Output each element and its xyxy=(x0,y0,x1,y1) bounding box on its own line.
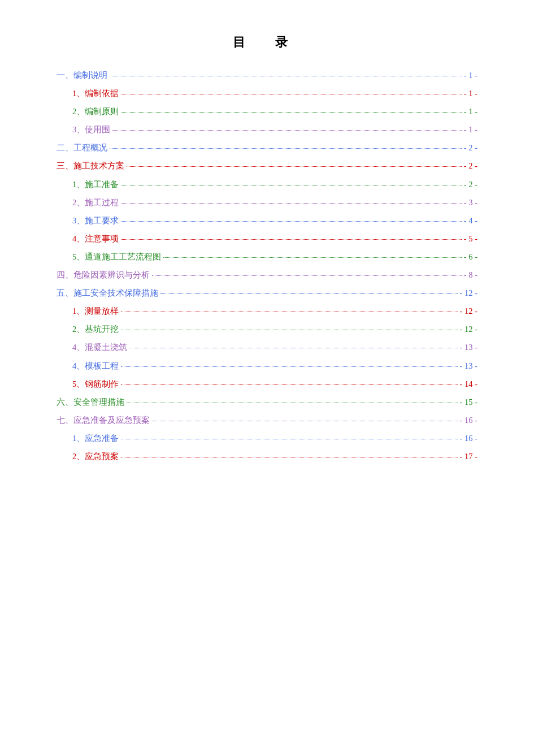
toc-page-num: - 5 - xyxy=(464,231,477,246)
toc-dots xyxy=(129,348,457,348)
toc-container: 一、编制说明- 1 -1、编制依据- 1 -2、编制原则- 1 -3、使用围- … xyxy=(57,68,477,464)
toc-dots xyxy=(121,366,457,367)
toc-entry: 4、模板工程- 13 - xyxy=(57,358,477,373)
toc-entry-text: 3、使用围 xyxy=(57,122,110,137)
toc-entry-text: 1、施工准备 xyxy=(57,177,119,192)
toc-entry-text: 四、危险因素辨识与分析 xyxy=(57,267,150,282)
toc-dots xyxy=(160,293,458,294)
toc-entry-text: 5、通道施工工艺流程图 xyxy=(57,249,161,264)
toc-entry: 一、编制说明- 1 - xyxy=(57,68,477,83)
toc-dots xyxy=(152,275,462,276)
toc-entry: 2、施工过程- 3 - xyxy=(57,195,477,210)
toc-dots xyxy=(152,421,458,421)
document-page: 目 录 一、编制说明- 1 -1、编制依据- 1 -2、编制原则- 1 -3、使… xyxy=(0,0,534,756)
toc-dots xyxy=(121,439,457,439)
toc-dots xyxy=(121,94,462,94)
toc-page-num: - 1 - xyxy=(464,104,477,119)
toc-entry-text: 2、施工过程 xyxy=(57,195,119,210)
toc-entry-text: 二、工程概况 xyxy=(57,140,107,155)
toc-entry-text: 5、钢筋制作 xyxy=(57,377,119,391)
toc-entry-text: 4、注意事项 xyxy=(57,231,119,246)
toc-dots xyxy=(121,385,457,385)
toc-page-num: - 4 - xyxy=(464,213,477,228)
toc-page-num: - 2 - xyxy=(464,177,477,192)
toc-dots xyxy=(121,312,457,312)
toc-dots xyxy=(110,76,462,76)
toc-page-num: - 15 - xyxy=(460,395,477,409)
toc-entry-text: 2、编制原则 xyxy=(57,104,119,119)
toc-dots xyxy=(112,130,462,131)
toc-entry: 3、施工要求- 4 - xyxy=(57,213,477,228)
toc-page-num: - 14 - xyxy=(460,377,477,391)
toc-dots xyxy=(121,457,457,457)
toc-page-num: - 2 - xyxy=(464,140,477,155)
toc-dots xyxy=(127,403,458,403)
toc-entry: 2、编制原则- 1 - xyxy=(57,104,477,119)
toc-dots xyxy=(121,112,462,113)
toc-page-num: - 1 - xyxy=(464,122,477,137)
toc-page-num: - 17 - xyxy=(460,449,477,464)
toc-page-num: - 13 - xyxy=(460,358,477,373)
toc-entry: 五、施工安全技术保障措施- 12 - xyxy=(57,286,477,300)
toc-dots xyxy=(163,257,462,258)
toc-entry: 5、钢筋制作- 14 - xyxy=(57,377,477,391)
toc-entry: 1、应急准备- 16 - xyxy=(57,431,477,446)
toc-entry: 二、工程概况- 2 - xyxy=(57,140,477,155)
toc-entry-text: 五、施工安全技术保障措施 xyxy=(57,286,158,300)
toc-entry-text: 六、安全管理措施 xyxy=(57,395,124,409)
toc-entry: 2、基坑开挖- 12 - xyxy=(57,322,477,336)
toc-dots xyxy=(121,203,462,204)
toc-title: 目 录 xyxy=(57,34,477,51)
toc-page-num: - 1 - xyxy=(464,86,477,101)
toc-entry-text: 三、施工技术方案 xyxy=(57,158,124,173)
toc-page-num: - 6 - xyxy=(464,249,477,264)
toc-dots xyxy=(121,330,457,330)
toc-page-num: - 2 - xyxy=(464,158,477,173)
toc-entry-text: 3、施工要求 xyxy=(57,213,119,228)
toc-dots xyxy=(127,166,462,167)
toc-page-num: - 1 - xyxy=(464,68,477,83)
toc-entry: 七、应急准备及应急预案- 16 - xyxy=(57,413,477,427)
toc-page-num: - 12 - xyxy=(460,304,477,318)
toc-entry-text: 1、编制依据 xyxy=(57,86,119,101)
toc-entry-text: 1、测量放样 xyxy=(57,304,119,318)
toc-entry-text: 1、应急准备 xyxy=(57,431,119,446)
toc-entry: 2、应急预案- 17 - xyxy=(57,449,477,464)
toc-page-num: - 12 - xyxy=(460,322,477,336)
toc-entry-text: 4、模板工程 xyxy=(57,358,119,373)
toc-page-num: - 16 - xyxy=(460,413,477,427)
toc-entry: 4、注意事项- 5 - xyxy=(57,231,477,246)
toc-entry-text: 一、编制说明 xyxy=(57,68,107,83)
toc-dots xyxy=(121,221,462,222)
toc-entry-text: 2、基坑开挖 xyxy=(57,322,119,336)
toc-page-num: - 12 - xyxy=(460,286,477,300)
toc-entry: 四、危险因素辨识与分析- 8 - xyxy=(57,267,477,282)
toc-dots xyxy=(121,239,462,240)
toc-entry: 三、施工技术方案- 2 - xyxy=(57,158,477,173)
toc-entry: 3、使用围- 1 - xyxy=(57,122,477,137)
toc-entry-text: 4、混凝土浇筑 xyxy=(57,340,127,355)
toc-dots xyxy=(110,148,462,149)
toc-entry: 六、安全管理措施- 15 - xyxy=(57,395,477,409)
toc-page-num: - 8 - xyxy=(464,267,477,282)
toc-dots xyxy=(121,185,462,185)
toc-entry: 1、编制依据- 1 - xyxy=(57,86,477,101)
toc-entry-text: 2、应急预案 xyxy=(57,449,119,464)
toc-entry-text: 七、应急准备及应急预案 xyxy=(57,413,150,427)
toc-entry: 1、施工准备- 2 - xyxy=(57,177,477,192)
toc-entry: 1、测量放样- 12 - xyxy=(57,304,477,318)
toc-page-num: - 13 - xyxy=(460,340,477,355)
toc-entry: 4、混凝土浇筑- 13 - xyxy=(57,340,477,355)
toc-page-num: - 16 - xyxy=(460,431,477,446)
toc-page-num: - 3 - xyxy=(464,195,477,210)
toc-entry: 5、通道施工工艺流程图- 6 - xyxy=(57,249,477,264)
